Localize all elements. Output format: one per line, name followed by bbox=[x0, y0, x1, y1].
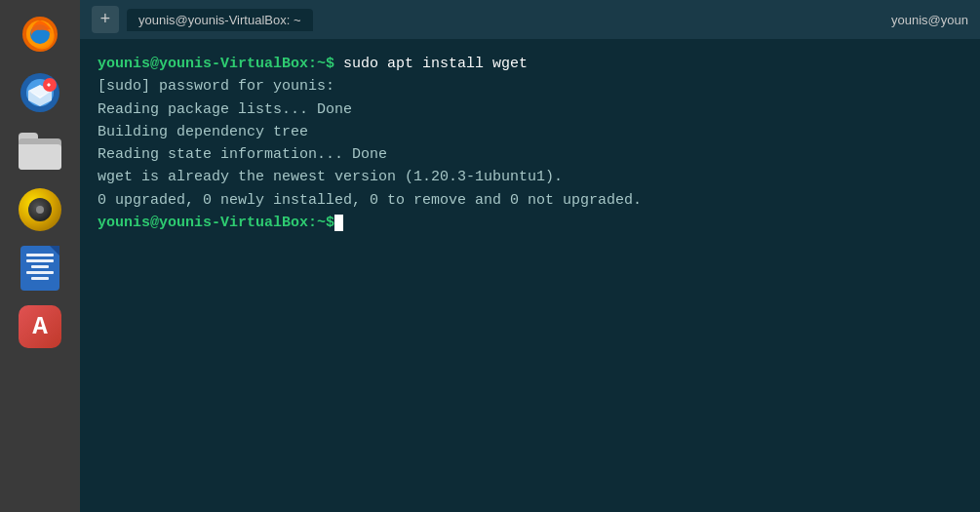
terminal-window: + younis@younis-VirtualBox: ~ younis@you… bbox=[80, 0, 980, 512]
cursor bbox=[334, 215, 343, 231]
terminal-tab[interactable]: younis@younis-VirtualBox: ~ bbox=[127, 9, 313, 31]
sidebar-item-files[interactable] bbox=[14, 125, 66, 177]
terminal-line-5: Reading state information... Done bbox=[98, 143, 962, 166]
sidebar-item-rhythmbox[interactable] bbox=[14, 183, 66, 236]
terminal-line-3: Reading package lists... Done bbox=[98, 98, 962, 121]
terminal-line-4: Building dependency tree bbox=[98, 121, 962, 143]
terminal-line-1: younis@younis-VirtualBox:~$ sudo apt ins… bbox=[98, 53, 962, 75]
terminal-titlebar: + younis@younis-VirtualBox: ~ younis@you… bbox=[80, 0, 980, 39]
new-tab-button[interactable]: + bbox=[92, 6, 119, 33]
terminal-line-2: [sudo] password for younis: bbox=[98, 75, 962, 98]
terminal-tab-label: younis@younis-VirtualBox: ~ bbox=[138, 13, 301, 27]
prompt-1: younis@younis-VirtualBox:~$ bbox=[98, 56, 334, 72]
titlebar-username: younis@youn bbox=[891, 13, 968, 27]
sidebar: A bbox=[0, 0, 80, 512]
sidebar-item-firefox[interactable] bbox=[14, 8, 66, 60]
terminal-content[interactable]: younis@younis-VirtualBox:~$ sudo apt ins… bbox=[80, 39, 980, 512]
terminal-line-6: wget is already the newest version (1.20… bbox=[98, 166, 962, 188]
terminal-line-8: younis@younis-VirtualBox:~$ bbox=[98, 212, 962, 234]
sidebar-item-writer[interactable] bbox=[14, 242, 66, 295]
appcenter-icon: A bbox=[19, 305, 61, 348]
sidebar-item-appcenter[interactable]: A bbox=[14, 300, 66, 353]
prompt-2: younis@younis-VirtualBox:~$ bbox=[98, 215, 334, 231]
sidebar-item-thunderbird[interactable] bbox=[14, 66, 66, 119]
terminal-line-7: 0 upgraded, 0 newly installed, 0 to remo… bbox=[98, 189, 962, 212]
command-1: sudo apt install wget bbox=[334, 56, 528, 72]
